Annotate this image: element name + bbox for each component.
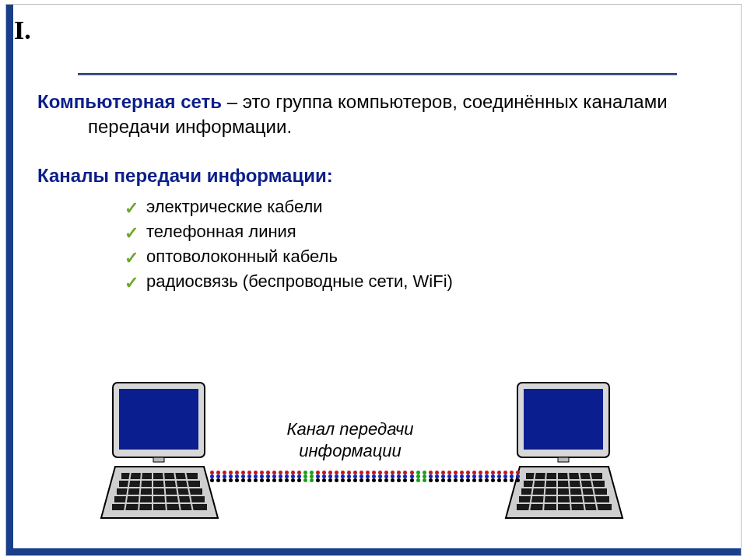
svg-rect-16 (524, 389, 603, 450)
list-item-label: электрические кабели (146, 197, 323, 216)
diagram-caption: Канал передачи информации (226, 418, 475, 461)
check-icon: ✓ (124, 246, 139, 271)
list-item: ✓электрические кабели (146, 194, 707, 219)
check-icon: ✓ (124, 221, 139, 246)
check-icon: ✓ (124, 271, 139, 296)
laptop-icon (93, 381, 226, 521)
slide-number: I. (14, 16, 31, 45)
check-icon: ✓ (124, 196, 139, 221)
list-item-label: радиосвязь (беспроводные сети, WiFi) (146, 271, 453, 291)
title-underline (78, 73, 677, 75)
svg-rect-2 (153, 457, 164, 462)
definition-text: Компьютерная сеть – это группа компьютер… (37, 89, 707, 140)
list-item: ✓телефонная линия (146, 219, 707, 244)
list-item-label: телефонная линия (146, 222, 296, 241)
network-diagram: Канал передачи информации (0, 373, 747, 544)
svg-rect-1 (119, 389, 198, 450)
list-item: ✓радиосвязь (беспроводные сети, WiFi) (146, 269, 707, 294)
caption-line: Канал передачи (286, 419, 413, 439)
definition-term: Компьютерная сеть (37, 91, 222, 112)
list-item: ✓оптоволоконный кабель (146, 244, 707, 269)
list-item-label: оптоволоконный кабель (146, 247, 338, 266)
svg-rect-17 (558, 457, 569, 462)
channels-list: ✓электрические кабели ✓телефонная линия … (37, 194, 707, 294)
accent-bar-bottom (6, 548, 741, 555)
cable-icon (210, 471, 520, 486)
channels-heading: Каналы передачи информации: (37, 163, 707, 188)
slide-content: Компьютерная сеть – это группа компьютер… (37, 89, 707, 294)
laptop-icon (498, 381, 630, 521)
caption-line: информации (299, 441, 402, 460)
